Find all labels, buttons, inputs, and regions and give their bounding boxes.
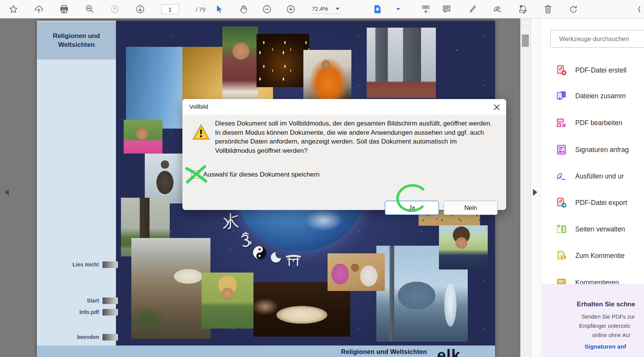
tool-label: Signaturen anfrag — [575, 146, 629, 154]
tool-fill-sign[interactable]: Ausfüllen und ur — [556, 171, 624, 182]
dialog-message: Dieses Dokument soll im Vollbildmodus, d… — [215, 119, 498, 155]
tool-edit-pdf[interactable]: PDF bearbeiten — [556, 117, 622, 128]
yin-yang-icon — [253, 246, 267, 261]
pdf-footer-title: Religionen und Weltsichten — [341, 348, 427, 355]
promo-line-1: Senden Sie PDFs zur — [581, 314, 644, 320]
sign-pen-tool-icon[interactable] — [492, 4, 502, 14]
nav-button-beenden[interactable] — [103, 334, 118, 340]
page-number-input[interactable]: 1 — [161, 4, 179, 14]
boy-green-hoodie-photo — [202, 273, 253, 329]
hand-tool-icon[interactable] — [238, 4, 248, 14]
delete-trash-icon[interactable] — [543, 4, 553, 14]
toolbar-center-group: 72.4% — [214, 0, 431, 18]
tool-label: Dateien zusamm — [575, 92, 626, 100]
dialog-body: Dieses Dokument soll im Vollbildmodus, d… — [182, 114, 506, 210]
tool-label: Seiten verwalten — [575, 225, 625, 233]
promo-line-3: online ohne Acr — [592, 332, 644, 338]
tool-combine-files[interactable]: Dateien zusamm — [556, 91, 626, 101]
two-women-saris-photo — [328, 253, 385, 291]
tool-label: Zum Kommentie — [575, 252, 624, 260]
torii-gate-icon — [285, 254, 302, 268]
girl-writing-photo — [222, 26, 258, 99]
promo-signatures-link[interactable]: Signaturen anf — [584, 343, 644, 350]
church-towers-photo — [367, 28, 436, 98]
tool-label: Ausfüllen und ur — [575, 172, 624, 180]
remember-choice-label: Auswahl für dieses Dokument speichern — [203, 171, 320, 178]
pdf-title: Religionen und Weltsichten — [44, 32, 109, 49]
next-page-icon[interactable] — [135, 4, 145, 14]
request-signatures-icon — [556, 144, 567, 155]
vollbild-dialog: Vollbild Dieses Dokument soll im Vollbil… — [182, 99, 506, 210]
toolbar-left-group: 1 / 79 — [8, 0, 205, 18]
tools-panel: PDF-Datei erstell Dateien zusamm PDF bea… — [541, 18, 644, 357]
zoom-dropdown-caret-icon[interactable] — [336, 8, 339, 10]
no-button[interactable]: Nein — [444, 201, 498, 215]
nav-label-beenden[interactable]: beenden — [41, 334, 99, 340]
tool-label: PDF-Datei export — [575, 199, 627, 207]
tool-organize-pages[interactable]: Seiten verwalten — [556, 224, 625, 235]
nav-label-start[interactable]: Start — [41, 298, 99, 304]
tools-search-input[interactable] — [550, 30, 644, 48]
stamp-edit-tool-icon[interactable] — [518, 4, 528, 14]
edit-pdf-icon — [556, 117, 567, 128]
zoom-out-icon[interactable] — [262, 4, 272, 14]
church-candles-photo — [257, 34, 309, 87]
promo-line-2: Empfänger unterzeic — [579, 323, 644, 329]
om-icon — [238, 231, 255, 251]
pdf-footer-bar: Religionen und Weltsichten elk — [37, 345, 495, 357]
previous-page-icon[interactable] — [110, 4, 120, 14]
toolbar: 1 / 79 72.4% — [0, 0, 644, 18]
create-pdf-icon — [556, 65, 567, 76]
warning-icon — [192, 124, 210, 142]
scrollbar-thumb[interactable] — [522, 35, 529, 47]
yes-button[interactable]: Ja — [385, 201, 439, 215]
toolbar-divider-2 — [429, 3, 430, 15]
previous-page-arrow[interactable] — [5, 189, 9, 196]
comment-tool-icon[interactable] — [442, 4, 452, 14]
remember-choice-checkbox[interactable] — [191, 170, 199, 178]
tool-request-signatures[interactable]: Signaturen anfrag — [556, 144, 629, 155]
nav-button-lies-mich[interactable] — [103, 261, 118, 268]
tool-send-for-comments[interactable]: Zum Kommentie — [556, 250, 624, 261]
organize-pages-icon — [556, 224, 567, 235]
water-kanji-icon — [222, 212, 239, 231]
highlighter-tool-icon[interactable] — [467, 4, 477, 14]
buddha-statue-photo — [145, 154, 185, 203]
boy-navy-shirt-photo — [439, 225, 488, 269]
nav-label-info-pdf[interactable]: Info.pdf — [41, 309, 99, 315]
zoom-in-icon[interactable] — [286, 4, 296, 14]
export-pdf-icon — [556, 197, 567, 208]
acrobat-window: 1 / 79 72.4% — [0, 0, 644, 357]
tool-label: PDF-Datei erstell — [575, 66, 626, 74]
redo-icon[interactable] — [568, 4, 578, 14]
search-icon[interactable] — [84, 4, 94, 14]
promo-heading: Erhalten Sie schne — [577, 301, 644, 308]
nav-button-info-pdf[interactable] — [103, 309, 118, 316]
tool-export-pdf[interactable]: PDF-Datei export — [556, 197, 627, 208]
print-icon[interactable] — [59, 4, 69, 14]
next-page-arrow[interactable] — [533, 189, 537, 196]
panel-gutter — [531, 18, 541, 357]
remember-choice-row: Auswahl für dieses Dokument speichern — [191, 170, 320, 178]
zoom-level-value: 72.4% — [312, 5, 330, 12]
smiling-girl-photo — [124, 120, 162, 154]
fit-dropdown-caret-icon[interactable] — [396, 8, 400, 10]
nav-button-start[interactable] — [103, 298, 118, 304]
buddhist-monk-photo — [303, 50, 351, 99]
combine-files-icon — [556, 91, 567, 101]
share-upload-icon[interactable] — [34, 4, 44, 14]
clipped-toolbar-icon[interactable] — [637, 4, 644, 16]
dialog-close-icon[interactable] — [492, 102, 502, 112]
dialog-titlebar: Vollbild — [182, 99, 506, 114]
dialog-title: Vollbild — [189, 103, 208, 110]
crescent-moon-icon — [270, 251, 283, 266]
vertical-scrollbar[interactable] — [520, 18, 531, 357]
select-tool-icon[interactable] — [214, 4, 224, 14]
tool-create-pdf[interactable]: PDF-Datei erstell — [556, 65, 626, 76]
favorites-star-icon[interactable] — [8, 4, 18, 14]
fit-page-icon[interactable] — [372, 4, 382, 14]
zoom-level-control[interactable]: 72.4% — [310, 5, 341, 14]
nav-label-lies-mich[interactable]: Lies mich! — [41, 261, 99, 268]
toolbar-divider — [204, 3, 205, 15]
scrollbar-top-button[interactable] — [521, 20, 530, 25]
